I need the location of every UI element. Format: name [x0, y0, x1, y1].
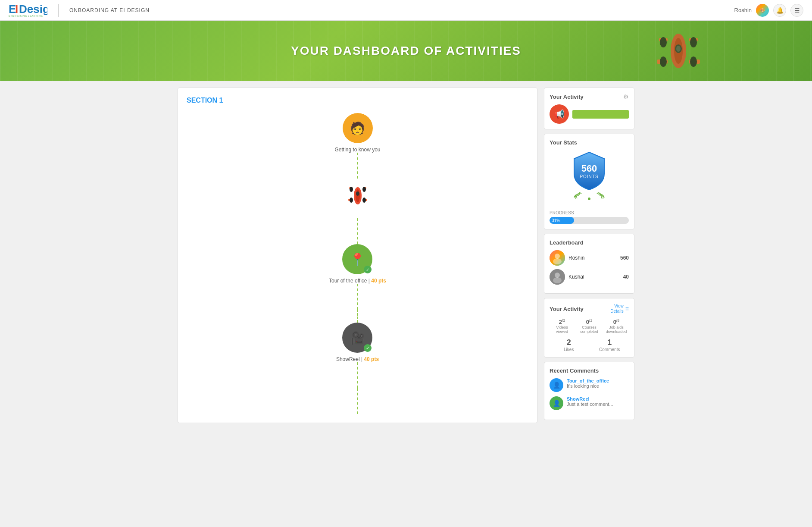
likes-comments-row: 2 Likes 1 Comments: [550, 338, 629, 352]
videos-viewed-stat: 2/2 Videos viewed: [550, 318, 575, 334]
courses-completed-stat: 0/1 Courses completed: [577, 318, 602, 334]
video-icon: 🎥: [350, 331, 365, 345]
svg-point-23: [362, 187, 366, 192]
logo: E I Design ENERGISING LEARNING: [9, 2, 47, 19]
comment-link-1[interactable]: Tour_of_the_office: [567, 378, 609, 383]
comment-body-2: Just a test comment...: [567, 402, 613, 407]
leaderboard-row-1: Roshin 560: [550, 250, 629, 266]
lb-name-kushal: Kushal: [568, 274, 620, 280]
svg-point-29: [588, 198, 590, 200]
svg-point-32: [553, 258, 562, 264]
main-content: SECTION 1 🧑 Getting to know you: [169, 81, 643, 430]
svg-point-11: [690, 37, 697, 47]
activity-header: Your Activity ⚙: [550, 93, 629, 100]
comments-stat: 1 Comments: [590, 338, 629, 352]
svg-text:Design: Design: [19, 3, 47, 16]
comments-label: Comments: [590, 347, 629, 352]
lb-avatar-kushal: [550, 269, 565, 285]
list-icon: ≡: [625, 305, 629, 312]
svg-point-15: [676, 46, 681, 52]
hero-title: YOUR DASHBOARD OF ACTIVITIES: [291, 44, 521, 58]
stats-title: Your Stats: [550, 139, 629, 146]
map-icon: 📍: [350, 252, 365, 267]
timeline: 🧑 Getting to know you: [187, 113, 528, 414]
svg-point-22: [350, 187, 353, 192]
megaphone-icon: 📢: [550, 104, 569, 124]
svg-point-12: [660, 56, 667, 67]
svg-text:560: 560: [581, 163, 597, 174]
activity-bottom-header: Your Activity View Details ≡: [550, 304, 629, 314]
svg-point-10: [660, 37, 667, 47]
svg-point-35: [553, 277, 562, 283]
lb-avatar-roshin: [550, 250, 565, 266]
comment-body-1: It's looking nice: [567, 383, 609, 389]
activity-megaphone: 📢: [550, 104, 629, 124]
activity-top-card: Your Activity ⚙ 📢: [544, 88, 634, 129]
job-aids-stat: 0/5 Job aids downloaded: [604, 318, 629, 334]
timeline-item-1: 🧑 Getting to know you: [334, 113, 380, 153]
username-label: Roshin: [734, 7, 752, 13]
timeline-label-1: Getting to know you: [334, 147, 380, 153]
comment-item-1: 👤 Tour_of_the_office It's looking nice: [550, 378, 629, 392]
car-icon: [347, 181, 369, 216]
shield-container: 560 POINTS: [550, 150, 629, 206]
hero-banner: YOUR DASHBOARD OF ACTIVITIES: [0, 21, 812, 81]
menu-button[interactable]: ☰: [790, 4, 803, 17]
person-icon: 🧑: [350, 121, 365, 135]
recent-comments-title: Recent Comments: [550, 367, 629, 374]
header-right: Roshin 🎨 🔔 ☰: [734, 4, 803, 17]
header-divider: [58, 4, 59, 17]
svg-point-31: [555, 254, 560, 259]
timeline-node-3[interactable]: 🎥 ✓: [342, 323, 372, 353]
timeline-node-1[interactable]: 🧑: [343, 113, 373, 143]
view-details-area: View Details ≡: [610, 304, 629, 314]
svg-text:POINTS: POINTS: [580, 174, 598, 179]
svg-point-25: [362, 198, 366, 203]
laurel-decoration: [572, 191, 606, 204]
progress-bar: 31%: [550, 217, 629, 224]
recent-comments-card: Recent Comments 👤 Tour_of_the_office It'…: [544, 362, 634, 420]
comments-value: 1: [590, 338, 629, 347]
comment-text-1: Tour_of_the_office It's looking nice: [567, 378, 609, 389]
user-avatar[interactable]: 🎨: [756, 4, 769, 17]
svg-text:I: I: [15, 3, 18, 16]
progress-label: PROGRESS: [550, 210, 629, 215]
right-panel: Your Activity ⚙ 📢 Your Stats: [544, 88, 634, 423]
activity-bottom-card: Your Activity View Details ≡ 2/2 Videos …: [544, 298, 634, 358]
race-car-decoration: [653, 25, 704, 81]
lb-name-roshin: Roshin: [568, 255, 617, 261]
check-badge-2: ✓: [364, 266, 372, 273]
section-title: SECTION 1: [187, 97, 528, 104]
stats-card: Your Stats 560: [544, 134, 634, 229]
comment-avatar-1: 👤: [550, 378, 563, 392]
connector-2: [357, 218, 358, 244]
timeline-item-3: 🎥 ✓ ShowReel | 40 pts: [336, 323, 379, 362]
likes-label: Likes: [550, 347, 588, 352]
notifications-button[interactable]: 🔔: [773, 4, 786, 17]
svg-text:ENERGISING LEARNING: ENERGISING LEARNING: [9, 15, 43, 17]
logo-area: E I Design ENERGISING LEARNING ONBOARDIN…: [9, 2, 150, 19]
leaderboard-title: Leaderboard: [550, 239, 629, 246]
comment-item-2: 👤 ShowReel Just a test comment...: [550, 396, 629, 410]
gear-icon[interactable]: ⚙: [623, 93, 629, 100]
comment-text-2: ShowReel Just a test comment...: [567, 396, 613, 407]
comment-link-2[interactable]: ShowReel: [567, 396, 613, 402]
svg-point-26: [356, 191, 359, 196]
progress-bar-fill: 31%: [550, 217, 574, 224]
svg-point-24: [350, 198, 353, 203]
timeline-node-2[interactable]: 📍 ✓: [342, 244, 372, 274]
svg-point-13: [690, 56, 697, 67]
activity-progress-bar: [572, 110, 629, 119]
lb-score-roshin: 560: [620, 255, 629, 261]
connector-4: [357, 310, 358, 323]
shield-shape: 560 POINTS: [570, 150, 609, 191]
header: E I Design ENERGISING LEARNING ONBOARDIN…: [0, 0, 812, 21]
timeline-label-2: Tour of the office | 40 pts: [329, 278, 386, 284]
likes-stat: 2 Likes: [550, 338, 588, 352]
timeline-item-2: 📍 ✓ Tour of the office | 40 pts: [329, 244, 386, 284]
timeline-label-3: ShowReel | 40 pts: [336, 356, 379, 362]
connector-3: [357, 284, 358, 310]
connector-6: [357, 388, 358, 414]
view-details-link[interactable]: View Details: [610, 304, 624, 314]
connector-5: [357, 362, 358, 388]
